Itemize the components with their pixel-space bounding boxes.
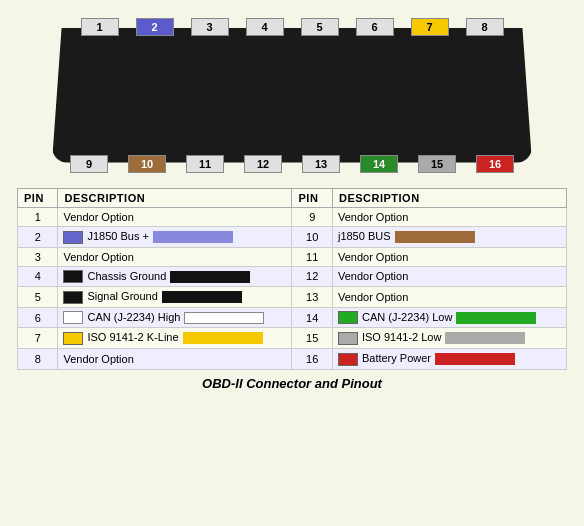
top-pin-row: 1 2 3 4 5 — [72, 18, 512, 44]
pin-15: 15 — [418, 155, 456, 173]
table-pin-left: 1 — [18, 208, 58, 227]
pin-slot-6: 6 — [356, 18, 394, 44]
table-desc-left: Vendor Option — [58, 348, 292, 369]
col-pin1-header: PIN — [18, 189, 58, 208]
pin-slot-15: 15 — [418, 147, 456, 173]
table-desc-right: CAN (J-2234) Low — [332, 307, 566, 328]
table-pin-left: 3 — [18, 247, 58, 266]
table-pin-left: 7 — [18, 328, 58, 349]
pin-13: 13 — [302, 155, 340, 173]
table-desc-left: Signal Ground — [58, 287, 292, 308]
pin-slot-10: 10 — [128, 147, 166, 173]
pin-slot-5: 5 — [301, 18, 339, 44]
table-desc-right: Vendor Option — [332, 287, 566, 308]
pin-11: 11 — [186, 155, 224, 173]
table-desc-left: ISO 9141-2 K-Line — [58, 328, 292, 349]
bottom-pin-row: 9 10 11 12 13 — [60, 147, 524, 173]
table-pin-right: 12 — [292, 266, 332, 287]
table-pin-right: 16 — [292, 348, 332, 369]
pin-2: 2 — [136, 18, 174, 36]
pin-6: 6 — [356, 18, 394, 36]
main-container: 1 2 3 4 5 — [0, 0, 584, 526]
table-desc-left: Chassis Ground — [58, 266, 292, 287]
pin-slot-12: 12 — [244, 147, 282, 173]
table-pin-right: 13 — [292, 287, 332, 308]
table-desc-right: Vendor Option — [332, 247, 566, 266]
table-pin-right: 11 — [292, 247, 332, 266]
pin-4: 4 — [246, 18, 284, 36]
table-pin-right: 15 — [292, 328, 332, 349]
pin-slot-2: 2 — [136, 18, 174, 44]
pin-slot-16: 16 — [476, 147, 514, 173]
pin-slot-8: 8 — [466, 18, 504, 44]
pinout-table: PIN DESCRIPTION PIN DESCRIPTION 1Vendor … — [17, 188, 567, 370]
pin-slot-11: 11 — [186, 147, 224, 173]
table-desc-right: Vendor Option — [332, 208, 566, 227]
pin-16: 16 — [476, 155, 514, 173]
table-desc-right: Vendor Option — [332, 266, 566, 287]
pin-slot-3: 3 — [191, 18, 229, 44]
table-desc-left: CAN (J-2234) High — [58, 307, 292, 328]
table-desc-right: Battery Power — [332, 348, 566, 369]
pin-7: 7 — [411, 18, 449, 36]
pin-slot-4: 4 — [246, 18, 284, 44]
table-desc-left: J1850 Bus + — [58, 227, 292, 248]
table-pin-right: 14 — [292, 307, 332, 328]
pin-5: 5 — [301, 18, 339, 36]
pin-10: 10 — [128, 155, 166, 173]
pin-slot-1: 1 — [81, 18, 119, 44]
table-pin-right: 9 — [292, 208, 332, 227]
table-desc-left: Vendor Option — [58, 247, 292, 266]
pin-8: 8 — [466, 18, 504, 36]
table-pin-left: 4 — [18, 266, 58, 287]
table-pin-left: 8 — [18, 348, 58, 369]
pin-9: 9 — [70, 155, 108, 173]
connector-diagram: 1 2 3 4 5 — [22, 10, 562, 180]
connector-body — [52, 28, 532, 163]
pin-1: 1 — [81, 18, 119, 36]
pin-3: 3 — [191, 18, 229, 36]
table-pin-left: 2 — [18, 227, 58, 248]
pin-slot-9: 9 — [70, 147, 108, 173]
pin-14: 14 — [360, 155, 398, 173]
pin-slot-14: 14 — [360, 147, 398, 173]
table-pin-left: 6 — [18, 307, 58, 328]
table-desc-left: Vendor Option — [58, 208, 292, 227]
table-desc-right: j1850 BUS — [332, 227, 566, 248]
table-desc-right: ISO 9141-2 Low — [332, 328, 566, 349]
pin-slot-7: 7 — [411, 18, 449, 44]
table-pin-right: 10 — [292, 227, 332, 248]
col-pin2-header: PIN — [292, 189, 332, 208]
pin-slot-13: 13 — [302, 147, 340, 173]
table-pin-left: 5 — [18, 287, 58, 308]
footer-title: OBD-II Connector and Pinout — [202, 376, 382, 391]
col-desc1-header: DESCRIPTION — [58, 189, 292, 208]
col-desc2-header: DESCRIPTION — [332, 189, 566, 208]
pin-12: 12 — [244, 155, 282, 173]
